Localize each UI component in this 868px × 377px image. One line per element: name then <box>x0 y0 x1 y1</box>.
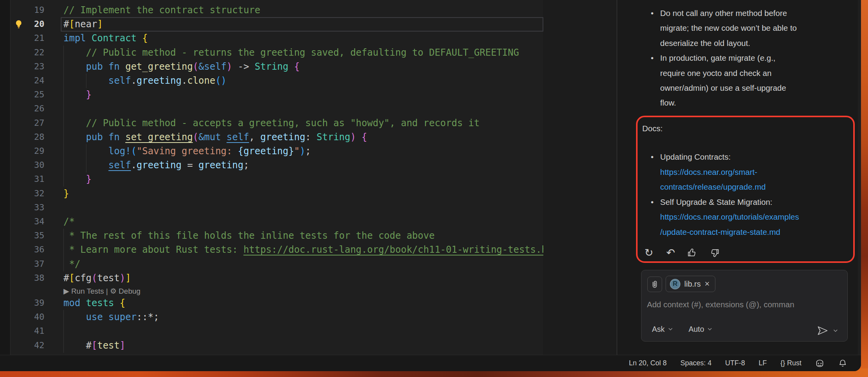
code-line-37[interactable]: 37 */ <box>11 257 543 271</box>
send-button[interactable] <box>817 326 828 336</box>
line-number[interactable]: 25 <box>23 88 44 102</box>
code-text: pub fn get_greeting(&self) -> String { <box>63 60 300 74</box>
codelens-run-tests[interactable]: ▶ Run Tests <box>63 287 104 295</box>
chat-message-text: owner/admin) or use a self-upgrade <box>660 80 786 95</box>
code-line-34[interactable]: 34/* <box>11 215 543 229</box>
line-number[interactable]: 41 <box>23 324 44 338</box>
line-number[interactable]: 29 <box>23 144 44 158</box>
line-number[interactable]: 23 <box>23 60 44 74</box>
thumbs-down-icon[interactable] <box>708 247 720 259</box>
status-item[interactable]: {} Rust <box>780 359 801 367</box>
code-line-35[interactable]: 35 * The rest of this file holds the inl… <box>11 229 543 243</box>
line-number[interactable]: 27 <box>23 116 44 130</box>
code-line-30[interactable]: 30 self.greeting = greeting; <box>11 158 543 173</box>
line-number[interactable]: 33 <box>23 201 44 215</box>
code-line-38[interactable]: 38#[cfg(test)] <box>11 271 543 285</box>
copilot-icon[interactable] <box>815 359 824 368</box>
code-text: #[test] <box>63 338 125 352</box>
code-line-33[interactable]: 33 <box>11 201 543 215</box>
minimap[interactable] <box>543 0 617 355</box>
code-text: * The rest of this file holds the inline… <box>63 229 435 243</box>
code-line-23[interactable]: 23 pub fn get_greeting(&self) -> String … <box>11 60 543 74</box>
docs-link[interactable]: contracts/release/upgrade.md <box>660 179 766 194</box>
code-line-36[interactable]: 36 * Learn more about Rust tests: https:… <box>11 243 543 257</box>
code-text: log!("Saving greeting: {greeting}"); <box>63 144 311 158</box>
code-line-29[interactable]: 29 log!("Saving greeting: {greeting}"); <box>11 144 543 159</box>
chat-message-line: migrate; the new code won’t be able to <box>617 20 851 35</box>
refresh-icon[interactable]: ↻ <box>643 247 655 259</box>
chat-message-line: owner/admin) or use a self-upgrade <box>617 80 851 95</box>
line-number[interactable]: 32 <box>23 187 44 201</box>
rust-logo-icon: R <box>670 279 680 289</box>
code-line-31[interactable]: 31 } <box>11 172 543 187</box>
line-number[interactable]: 37 <box>23 257 44 271</box>
code-line-40[interactable]: 40 use super::*; <box>11 310 543 324</box>
code-line-25[interactable]: 25 } <box>11 88 543 102</box>
line-number[interactable]: 39 <box>23 296 44 310</box>
chevron-down-icon <box>707 328 712 331</box>
codelens-debug[interactable]: ⚙ Debug <box>110 287 141 295</box>
close-icon[interactable]: × <box>705 279 710 289</box>
status-item[interactable]: Spaces: 4 <box>680 359 712 367</box>
line-number[interactable]: 40 <box>23 310 44 324</box>
code-line-39[interactable]: 39mod tests { <box>11 296 543 310</box>
code-line-28[interactable]: 28 pub fn set_greeting(&mut self, greeti… <box>11 130 543 144</box>
line-number[interactable]: 28 <box>23 130 44 144</box>
notifications-bell-icon[interactable] <box>838 359 847 368</box>
line-number[interactable]: 30 <box>23 158 44 172</box>
line-number[interactable]: 42 <box>23 338 44 352</box>
line-number[interactable]: 35 <box>23 229 44 243</box>
code-line-21[interactable]: 21impl Contract { <box>11 31 543 46</box>
line-number[interactable]: 22 <box>23 46 44 60</box>
line-number[interactable]: 19 <box>23 3 44 17</box>
undo-icon[interactable]: ↶ <box>665 247 676 259</box>
code-line-26[interactable]: 26 <box>11 102 543 116</box>
code-line-20[interactable]: 20#[near] <box>11 17 543 32</box>
code-text: * Learn more about Rust tests: https://d… <box>63 243 547 257</box>
docs-link[interactable]: /update-contract-migrate-state.md <box>660 224 780 240</box>
code-line-19[interactable]: 19// Implement the contract structure <box>11 3 543 18</box>
docs-link[interactable]: https://docs.near.org/tutorials/examples <box>660 209 799 224</box>
chat-message-line: require one yocto and check an <box>617 65 851 81</box>
chat-input-placeholder[interactable]: Add context (#), extensions (@), comman <box>647 300 843 309</box>
chat-message-text: require one yocto and check an <box>660 65 771 81</box>
line-number[interactable]: 20 <box>23 17 44 31</box>
chat-message-line: flow. <box>617 95 851 110</box>
code-line-42[interactable]: 42 #[test] <box>11 338 543 353</box>
attach-button[interactable] <box>647 277 662 292</box>
code-line-41[interactable]: 41 <box>11 324 543 338</box>
line-number[interactable]: 24 <box>23 74 44 88</box>
line-number[interactable]: 38 <box>23 271 44 285</box>
editor-left-margin <box>0 0 11 355</box>
line-number[interactable]: 34 <box>23 215 44 229</box>
docs-link[interactable]: https://docs.near.org/smart- <box>660 164 757 180</box>
status-item[interactable]: LF <box>759 359 767 367</box>
line-number[interactable]: 26 <box>23 102 44 116</box>
model-dropdown[interactable]: Auto <box>689 323 712 335</box>
code-line-32[interactable]: 32} <box>11 187 543 201</box>
code-line-27[interactable]: 27 // Public method - accepts a greeting… <box>11 116 543 130</box>
code-editor[interactable]: 19// Implement the contract structure20#… <box>11 0 543 355</box>
code-text: #[cfg(test)] <box>63 271 131 285</box>
context-chip-librs[interactable]: R lib.rs × <box>666 276 715 292</box>
status-item[interactable]: Ln 20, Col 8 <box>629 359 667 367</box>
chat-input-box[interactable]: R lib.rs × Add context (#), extensions (… <box>641 270 848 342</box>
send-options-chevron-icon[interactable] <box>833 329 838 332</box>
line-number[interactable]: 36 <box>23 243 44 257</box>
line-number[interactable]: 31 <box>23 172 44 186</box>
chat-message-text: In production, gate migrate (e.g., <box>660 50 775 65</box>
bullet-icon: • <box>651 5 654 21</box>
docs-line: /update-contract-migrate-state.md <box>617 224 851 240</box>
thumbs-up-icon[interactable] <box>687 247 698 259</box>
mode-dropdown[interactable]: Ask <box>652 323 673 335</box>
code-link[interactable]: https://doc.rust-lang.org/book/ch11-01-w… <box>243 244 547 255</box>
code-text: // Public method - accepts a greeting, s… <box>63 116 480 130</box>
code-line-24[interactable]: 24 self.greeting.clone() <box>11 74 543 88</box>
chat-message-text: migrate; the new code won’t be able to <box>660 20 797 35</box>
code-text: // Implement the contract structure <box>63 3 260 17</box>
code-line-22[interactable]: 22 // Public method - returns the greeti… <box>11 46 543 60</box>
status-item[interactable]: UTF-8 <box>725 359 745 367</box>
line-number[interactable]: 21 <box>23 31 44 45</box>
code-text: impl Contract { <box>63 31 148 45</box>
status-bar: Ln 20, Col 8Spaces: 4UTF-8LF{} Rust <box>0 355 861 371</box>
